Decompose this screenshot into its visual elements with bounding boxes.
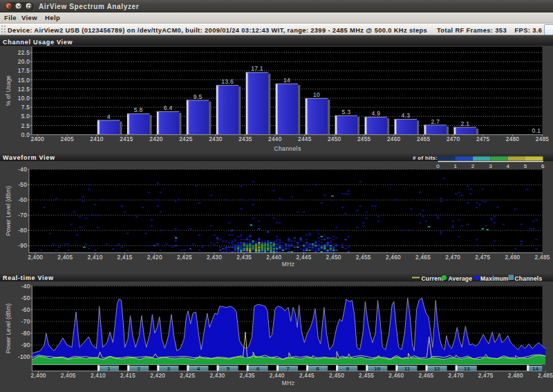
svg-text:2,480: 2,480 [508,373,523,379]
svg-text:Power Level (dBm): Power Level (dBm) [5,186,12,236]
svg-text:-50: -50 [18,182,27,188]
svg-text:2475: 2475 [476,136,490,142]
svg-text:14: 14 [283,77,290,84]
svg-text:2,425: 2,425 [177,254,192,261]
svg-text:2,485: 2,485 [538,373,553,379]
svg-text:0: 0 [436,163,440,169]
svg-text:2,410: 2,410 [91,373,106,379]
svg-text:2,425: 2,425 [180,373,195,379]
svg-text:2,460: 2,460 [388,373,404,379]
svg-text:2470: 2470 [447,136,460,142]
svg-text:Power Level (dBm): Power Level (dBm) [5,304,12,353]
svg-text:0.0: 0.0 [21,132,30,138]
svg-text:2,405: 2,405 [61,373,76,379]
svg-text:2.1: 2.1 [460,120,469,127]
svg-text:2,455: 2,455 [356,254,371,261]
svg-text:4: 4 [506,163,509,169]
svg-text:2,435: 2,435 [240,373,255,379]
svg-text:-100: -100 [18,354,30,360]
svg-text:2465: 2465 [417,136,431,142]
svg-text:2,445: 2,445 [299,373,315,379]
svg-text:2,475: 2,475 [475,254,490,261]
svg-text:2460: 2460 [387,136,401,142]
svg-text:2,480: 2,480 [505,254,520,261]
svg-text:2410: 2410 [90,136,104,142]
svg-text:2400: 2400 [30,136,44,142]
svg-text:2420: 2420 [149,136,163,142]
svg-text:5.0: 5.0 [21,113,30,120]
svg-text:6: 6 [541,163,545,169]
svg-text:2.5: 2.5 [21,123,30,129]
svg-text:6.4: 6.4 [164,104,173,111]
svg-text:-90: -90 [18,243,27,249]
svg-text:2,470: 2,470 [449,373,464,379]
svg-text:5: 5 [524,163,527,169]
svg-text:2,445: 2,445 [297,254,312,261]
svg-text:2,450: 2,450 [326,254,341,261]
svg-text:2450: 2450 [328,136,341,142]
svg-text:10.0: 10.0 [18,95,30,102]
svg-text:2405: 2405 [60,136,74,142]
svg-text:1: 1 [454,163,458,169]
svg-text:22.5: 22.5 [18,50,30,56]
svg-text:0.1: 0.1 [532,127,541,134]
svg-text:-50: -50 [21,295,30,301]
svg-text:2,435: 2,435 [236,254,252,261]
svg-text:2,475: 2,475 [478,373,494,379]
svg-text:-40: -40 [18,167,27,173]
svg-text:-90: -90 [21,342,30,348]
svg-text:2,410: 2,410 [88,254,103,261]
svg-text:2430: 2430 [209,136,223,142]
svg-text:7.5: 7.5 [21,104,30,111]
svg-text:4: 4 [107,113,111,120]
svg-text:2445: 2445 [298,136,312,142]
svg-text:2440: 2440 [268,136,282,142]
svg-text:2,400: 2,400 [28,254,43,261]
svg-text:Channels: Channels [274,145,301,152]
svg-text:2,450: 2,450 [329,373,344,379]
svg-text:2435: 2435 [238,136,252,142]
svg-text:2,430: 2,430 [209,373,225,379]
svg-text:-60: -60 [21,307,30,313]
svg-text:-60: -60 [18,197,27,203]
svg-text:4.9: 4.9 [372,110,381,117]
svg-text:2,415: 2,415 [118,254,133,261]
svg-text:2480: 2480 [506,136,520,142]
svg-text:5.8: 5.8 [134,106,143,113]
svg-text:2,405: 2,405 [57,254,73,261]
svg-text:9.5: 9.5 [194,93,203,100]
svg-text:2,455: 2,455 [359,373,374,379]
svg-text:3: 3 [489,163,492,169]
svg-text:4.3: 4.3 [402,112,411,119]
svg-text:2485: 2485 [536,136,550,142]
svg-text:2.7: 2.7 [431,118,440,125]
svg-text:2: 2 [471,163,475,169]
svg-text:13.6: 13.6 [221,78,234,85]
svg-text:2,415: 2,415 [120,373,135,379]
svg-text:2,470: 2,470 [445,254,460,261]
svg-text:2455: 2455 [357,136,371,142]
svg-text:10: 10 [313,91,320,98]
svg-text:-80: -80 [21,330,30,337]
svg-text:MHz: MHz [282,261,295,268]
svg-text:2,465: 2,465 [418,373,433,379]
svg-text:2,420: 2,420 [147,254,162,261]
svg-text:2,460: 2,460 [386,254,401,261]
svg-text:17.1: 17.1 [251,65,263,72]
svg-text:2,465: 2,465 [415,254,431,261]
svg-text:2,440: 2,440 [270,373,285,379]
svg-text:-80: -80 [18,227,27,234]
svg-text:MHz: MHz [282,380,295,386]
svg-text:5.3: 5.3 [342,109,351,115]
svg-text:15.0: 15.0 [18,77,30,84]
svg-text:2425: 2425 [179,136,193,142]
svg-text:-40: -40 [21,283,30,290]
svg-text:2415: 2415 [120,136,133,142]
svg-text:12.5: 12.5 [18,86,30,93]
svg-text:-70: -70 [18,212,27,218]
svg-text:% of Usage: % of Usage [5,75,12,106]
svg-text:2,420: 2,420 [150,373,165,379]
svg-text:2,430: 2,430 [207,254,222,261]
svg-text:20.0: 20.0 [18,59,30,65]
svg-text:2,485: 2,485 [535,254,550,261]
